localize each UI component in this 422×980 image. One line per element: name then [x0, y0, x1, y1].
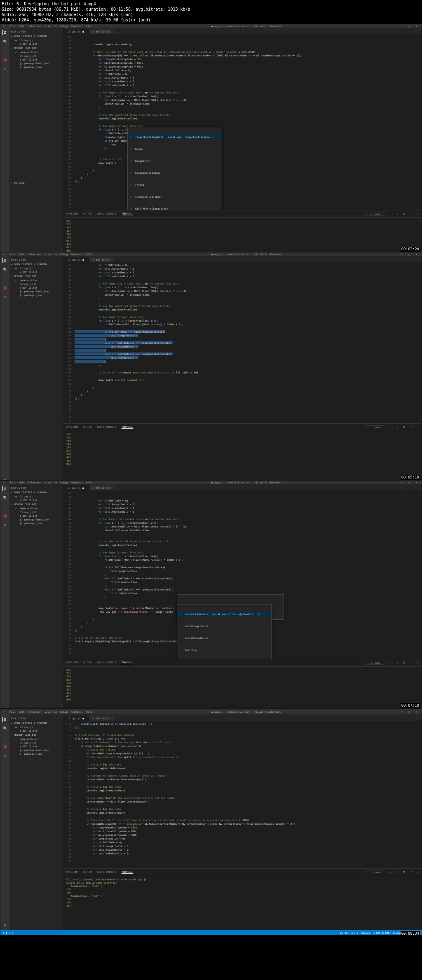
code-editor[interactable]: 9 10 11 12 13 14 15 16 17 18 19 20 21 22… [63, 721, 422, 868]
activity-bar: 🗎 🔍 ⑂ 🐞 ⊞ ⚙ [0, 28, 9, 272]
timestamp: 00:09:34 [401, 931, 420, 936]
source-control-icon[interactable]: ⑂ [2, 735, 7, 740]
minimap[interactable] [403, 490, 422, 659]
extensions-icon[interactable]: ⊞ [2, 66, 7, 71]
code-editor[interactable]: 37 38 39 40 41 42 43 44 45 46 47 48 49 5… [63, 262, 422, 423]
autocomplete-item[interactable]: ▢rangerbootsDropRate (local var) rangerb… [128, 135, 222, 139]
timestamp: 00:07:10 [401, 703, 420, 708]
outline-section[interactable]: ▸ OUTLINE [11, 180, 25, 185]
menubar: File Edit Selection View Go Debug Termin… [7, 25, 92, 28]
source-control-icon[interactable]: ⑂ [2, 504, 7, 509]
menu-view[interactable]: View [45, 25, 50, 28]
code-editor[interactable]: 28 29 30 31 32 33 34 35 36 37 38 39 40 4… [63, 34, 422, 210]
autocomplete-item[interactable]: ▢crypto [128, 182, 222, 187]
timestamp: 00:03:24 [401, 247, 420, 252]
vscode-window-3: ⧉ FileEditSelectionViewGoDebugTerminalHe… [0, 480, 422, 707]
extensions-icon[interactable]: ⊞ [2, 523, 7, 527]
file-appjs[interactable]: JS app.js M [11, 54, 61, 58]
autocomplete-item[interactable]: ▢Range [128, 147, 222, 151]
minimize-button[interactable]: ─ [400, 25, 403, 28]
panel-terminal[interactable]: TERMINAL [122, 212, 134, 216]
file-package-json[interactable]: {} package.json [11, 65, 61, 69]
gutter: 28 29 30 31 32 33 34 35 36 37 38 39 40 4… [63, 34, 74, 210]
file-package-lock[interactable]: {} package-lock.json [11, 61, 61, 65]
vscode-window-4: ⧉ FileEditSelectionViewGoDebugTerminalHe… [0, 708, 422, 936]
file-node-modules[interactable]: ▸ node_modules [11, 50, 61, 54]
code-lines[interactable]: console.log(correctNumber); // Only run … [74, 34, 403, 210]
autocomplete-item[interactable]: ▢cancelIdleCallback [128, 194, 222, 199]
debug-icon[interactable]: 🐞 [2, 285, 7, 290]
menu-edit[interactable]: Edit [19, 25, 24, 28]
close-panel-icon[interactable]: × [417, 212, 418, 216]
search-icon[interactable]: 🔍 [2, 267, 7, 272]
app-icon: ⧉ [0, 24, 7, 28]
minimap[interactable] [403, 721, 422, 868]
search-icon[interactable]: 🔍 [2, 726, 7, 731]
panel-problems[interactable]: PROBLEMS [66, 212, 78, 216]
split-terminal-icon[interactable]: ▯ [396, 212, 398, 216]
timestamp: 00:05:10 [401, 475, 420, 480]
panel-debug[interactable]: DEBUG CONSOLE [97, 212, 117, 216]
editor-group: JS app.js ● ≡ BOT ID.txt 28 29 30 31 32 … [63, 28, 422, 272]
explorer-header: EXPLORER [11, 29, 61, 34]
extensions-icon[interactable]: ⊞ [2, 294, 7, 299]
menu-file[interactable]: File [9, 25, 15, 28]
debug-icon[interactable]: 🐞 [2, 57, 7, 62]
folder-section[interactable]: ▾ MEDIUM CLUE BOT [11, 46, 61, 50]
source-control-icon[interactable]: ⑂ [2, 48, 7, 53]
debug-icon[interactable]: 🐞 [2, 744, 7, 749]
intellisense-popup[interactable]: ▢totalHolySandals (local var) totalHolyS… [177, 604, 272, 659]
terminal-selector[interactable]: 1: node [366, 212, 385, 216]
terminal-output[interactable]: 296 795 778 528 188 644 598 484 462 930 [63, 431, 422, 485]
autocomplete-item[interactable]: ▢totalHolySandals (local var) totalHolyS… [177, 612, 271, 616]
search-icon[interactable]: 🔍 [2, 39, 7, 44]
close-button[interactable]: × [415, 25, 418, 28]
titlebar: ⧉ File Edit Selection View Go Debug Term… [0, 24, 422, 28]
code-editor[interactable]: 37 38 39 40 41 42 43 44 45 46 47 48 49 5… [63, 490, 422, 659]
minimap[interactable] [403, 34, 422, 210]
minimap[interactable] [403, 262, 422, 423]
autocomplete-item[interactable]: ▢RangeError [128, 159, 222, 163]
explorer-icon[interactable]: 🗎 [2, 717, 7, 722]
js-icon: JS [20, 39, 23, 42]
explorer-icon[interactable]: 🗎 [2, 30, 7, 35]
kill-terminal-icon[interactable]: 🗑 [403, 212, 406, 216]
terminal-output[interactable]: C:\Users\Dingswang\Desktop\medium clue b… [63, 876, 422, 930]
open-editor-botid[interactable]: ≡ BOT ID.txt [11, 42, 61, 46]
tab-bar: JS app.js ● ≡ BOT ID.txt [63, 28, 422, 34]
file-botid[interactable]: ≡ BOT ID.txt [11, 58, 61, 61]
tab-botid[interactable]: ≡ BOT ID.txt [89, 29, 115, 34]
panel-output[interactable]: OUTPUT [83, 212, 92, 216]
source-control-icon[interactable]: ⑂ [2, 276, 7, 281]
menu-terminal[interactable]: Terminal [71, 25, 83, 28]
open-editors-section[interactable]: ▸ OPEN EDITORS 1 UNSAVED [11, 34, 61, 38]
menu-selection[interactable]: Selection [28, 25, 42, 28]
autocomplete-item[interactable]: ▢RTCDTMFToneChangeEvent [128, 206, 222, 210]
menu-help[interactable]: Help [86, 25, 92, 28]
debug-icon[interactable]: 🐞 [2, 513, 7, 518]
vscode-window-1: ⧉ File Edit Selection View Go Debug Term… [0, 24, 422, 251]
window-title: ● app.js - medium clue bot - Visual Stud… [92, 25, 400, 28]
new-terminal-icon[interactable]: + [390, 212, 392, 216]
explorer-icon[interactable]: 🗎 [2, 486, 7, 491]
extensions-icon[interactable]: ⊞ [2, 753, 7, 758]
maximize-button[interactable]: ▢ [408, 25, 411, 28]
vscode-window-2: ⧉ FileEditSelectionViewGoDebugTerminalHe… [0, 252, 422, 479]
maximize-panel-icon[interactable]: ^ [410, 212, 412, 216]
tab-appjs[interactable]: JS app.js ● [63, 29, 89, 34]
menu-debug[interactable]: Debug [60, 25, 68, 28]
open-editor-appjs[interactable]: ●JS app.js [11, 38, 61, 42]
sidebar: EXPLORER ▸ OPEN EDITORS 1 UNSAVED ●JS ap… [9, 28, 63, 272]
menu-go[interactable]: Go [54, 25, 57, 28]
autocomplete-item[interactable]: ▢RangeExtractRange [128, 170, 222, 175]
gear-icon[interactable]: ⚙ [2, 923, 7, 928]
explorer-icon[interactable]: 🗎 [2, 258, 7, 263]
intellisense-popup[interactable]: ▢rangerbootsDropRate (local var) rangerb… [127, 127, 222, 210]
meta-block: File: 6. Developing the bot part 4.mp4 S… [0, 0, 422, 24]
search-icon[interactable]: 🔍 [2, 495, 7, 500]
menu-file[interactable]: File [9, 253, 15, 256]
text-icon: ≡ [20, 42, 21, 45]
